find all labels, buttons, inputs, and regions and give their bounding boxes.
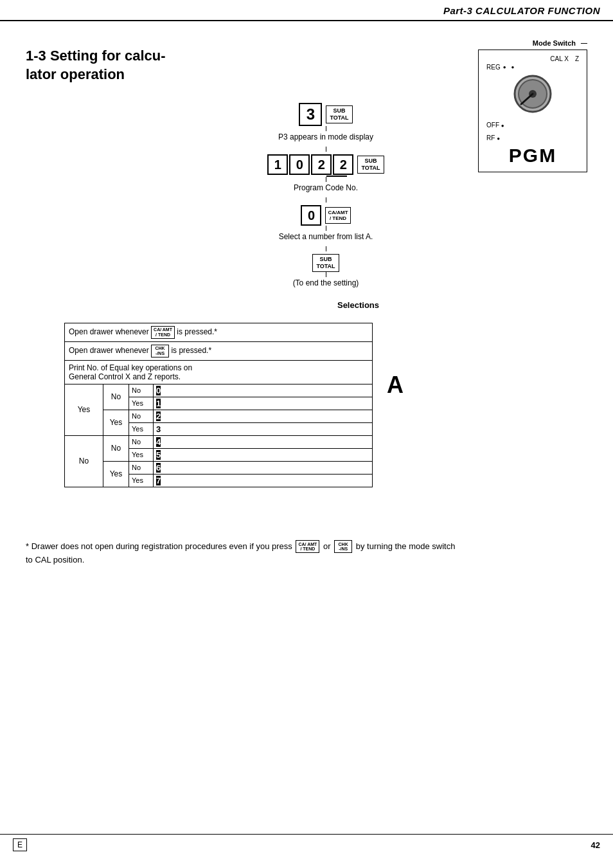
step-3: 0 CA/AMT/ TEND ◄ Select a number from li… <box>64 205 587 251</box>
row1-desc: Open drawer whenever CA/ AMT/ TEND is pr… <box>65 323 373 341</box>
footnote-text1: Drawer does not open during registration… <box>31 541 292 551</box>
footer-letter: E <box>13 838 27 851</box>
header-title: Part-3 CALCULATOR FUNCTION <box>443 5 600 16</box>
num-cell-4: 4 <box>156 437 161 447</box>
table-row-yes-branch: Yes No No 0 <box>65 384 373 397</box>
num-3: 3 <box>154 422 373 435</box>
key-2a: 2 <box>311 154 332 175</box>
table-row: Yes No 2 <box>65 410 373 422</box>
footnote: * Drawer does not open during registrati… <box>26 540 463 567</box>
table-row: Open drawer whenever CA/ AMT/ TEND is pr… <box>65 323 373 341</box>
row2-desc: Open drawer whenever CHK-/NS is pressed.… <box>65 341 373 360</box>
main-content: Mode Switch ─ CAL X Z REG ● ● <box>0 21 613 579</box>
key-1: 1 <box>267 154 288 175</box>
num-cell-7: 7 <box>156 476 161 485</box>
key-sub-total-3: SUBTOTAL <box>312 254 339 272</box>
step-1-label: P3 appears in mode display <box>64 132 587 141</box>
num-cell-6: 6 <box>156 463 161 473</box>
no-sub-2: No <box>103 435 129 461</box>
num-1: 1 <box>154 397 373 410</box>
key-ca-amt-tend-1: CA/AMT/ TEND <box>325 207 350 224</box>
yes-label-2: Yes <box>129 422 154 435</box>
yes-label-4: Yes <box>129 474 154 487</box>
key-3: 3 <box>299 103 322 126</box>
key-sub-total-2: SUBTOTAL <box>357 156 384 174</box>
section-title: 1-3 Setting for calcu- lator operation <box>26 47 218 84</box>
yes-sub: Yes <box>103 410 129 435</box>
num-0: 0 <box>154 384 373 397</box>
table-row-no-branch: No No No 4 <box>65 435 373 448</box>
page-footer: E 42 <box>0 834 613 855</box>
no-label-1: No <box>129 384 154 397</box>
num-7: 7 <box>154 474 373 487</box>
no-label-2: No <box>129 410 154 422</box>
step-4: SUBTOTAL (To end the setting) <box>64 254 587 287</box>
steps-diagram: 3 SUBTOTAL P3 appears in mode display 1 … <box>64 103 587 399</box>
step-4-label: (To end the setting) <box>64 278 587 287</box>
num-cell-5: 5 <box>156 450 161 460</box>
footer-page: 42 <box>591 840 600 850</box>
footnote-key1: CA/ AMT/ TEND <box>296 540 319 553</box>
num-6: 6 <box>154 461 373 474</box>
cal-x-label: CAL X <box>550 55 569 62</box>
table-row: Open drawer whenever CHK-/NS is pressed.… <box>65 341 373 360</box>
yes-label-1: Yes <box>129 397 154 410</box>
footnote-key2: CHK-/NS <box>334 540 352 553</box>
mode-switch-label: Mode Switch <box>533 39 576 47</box>
num-cell-1: 1 <box>156 399 161 408</box>
num-2: 2 <box>154 410 373 422</box>
table-row: Print No. of Equal key operations onGene… <box>65 360 373 384</box>
big-a-label: A <box>382 372 414 399</box>
key-sub-total-1: SUBTOTAL <box>326 105 352 123</box>
z-label: Z <box>575 55 579 62</box>
num-cell-2: 2 <box>156 411 161 421</box>
step-1: 3 SUBTOTAL P3 appears in mode display <box>64 103 587 152</box>
yes-label-3: Yes <box>129 448 154 461</box>
page-header: Part-3 CALCULATOR FUNCTION <box>0 0 613 21</box>
num-cell-3: 3 <box>156 424 161 434</box>
footnote-asterisk: * <box>26 541 29 551</box>
reg-label: REG <box>486 64 501 71</box>
key-0-step3: 0 <box>301 205 321 226</box>
step-2: 1 0 2 2 SUBTOTAL Program Code No. <box>64 154 587 203</box>
num-5: 5 <box>154 448 373 461</box>
step-2-label: Program Code No. <box>64 183 587 192</box>
selections-section: Selections Open drawer whenever CA/ AMT/… <box>64 300 587 399</box>
ca-amt-tend-key-inline: CA/ AMT/ TEND <box>151 326 175 339</box>
no-sub: No <box>103 384 129 410</box>
step-3-label: Select a number from list A. <box>64 232 587 241</box>
yes-sub-2: Yes <box>103 461 129 487</box>
selections-header: Selections <box>64 300 379 310</box>
footnote-or: or <box>323 541 331 551</box>
row3-desc: Print No. of Equal key operations onGene… <box>65 360 373 384</box>
yes-main: Yes <box>65 384 103 435</box>
key-2b: 2 <box>333 154 353 175</box>
table-row: Yes No 6 <box>65 461 373 474</box>
key-0: 0 <box>289 154 310 175</box>
num-cell-0: 0 <box>156 386 161 395</box>
no-label-3: No <box>129 435 154 448</box>
chk-ns-key-inline: CHK-/NS <box>151 345 169 357</box>
no-main: No <box>65 435 103 487</box>
selections-table: Open drawer whenever CA/ AMT/ TEND is pr… <box>64 323 373 487</box>
no-label-4: No <box>129 461 154 474</box>
num-4: 4 <box>154 435 373 448</box>
